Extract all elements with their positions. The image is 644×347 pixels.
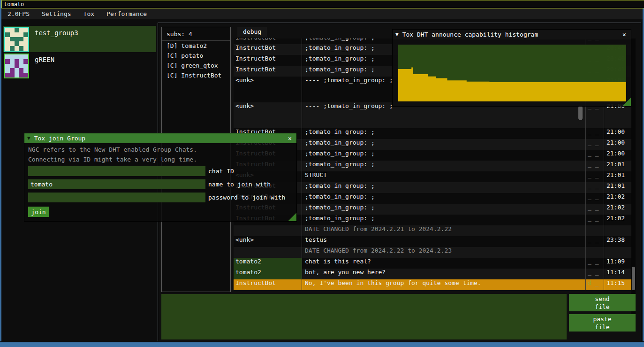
message-time	[604, 247, 631, 258]
chat-system-row: DATE CHANGED from 2024.2.21 to 2024.2.22	[234, 225, 631, 236]
message-text: ;tomato_in_group: ;	[302, 204, 585, 215]
member-row[interactable]: [C] InstructBot	[162, 70, 230, 80]
avatar-pixel	[15, 32, 19, 37]
chat-message-row: <unk>testus_ _23:38	[234, 236, 631, 247]
chat-id-label: chat ID	[208, 168, 234, 175]
avatar-pixel	[15, 41, 19, 46]
message-text: ;tomato_in_group: ;	[302, 215, 585, 225]
close-icon[interactable]: ✕	[621, 31, 628, 38]
window-titlebar[interactable]: tomato	[1, 0, 644, 8]
message-text: ;tomato_in_group: ;	[302, 193, 585, 204]
message-text: ;tomato_in_group: ;	[302, 182, 585, 193]
message-input[interactable]	[161, 294, 567, 339]
group-avatar	[4, 27, 29, 52]
avatar-pixel	[5, 73, 10, 77]
menu-settings[interactable]: Settings	[36, 8, 77, 19]
sender-name: tomato2	[234, 258, 302, 269]
join-name-input[interactable]	[28, 179, 205, 189]
avatar-pixel	[23, 28, 28, 32]
histogram-plot	[398, 45, 626, 101]
avatar-pixel	[19, 32, 23, 37]
members-count: subs: 4	[162, 27, 230, 40]
message-text: ;tomato_in_group: ;	[302, 128, 585, 139]
sender-name: <unk>	[234, 102, 302, 128]
group-item-gREEN[interactable]: gREEN	[3, 53, 156, 79]
window-title: tomato	[4, 1, 24, 8]
avatar-pixel	[5, 37, 10, 42]
screen: tomato 2.0FPS Settings Tox Performance t…	[0, 0, 644, 347]
avatar-pixel	[5, 46, 10, 51]
chat-system-row: DATE CHANGED from 2024.2.22 to 2024.2.23	[234, 247, 631, 258]
avatar-pixel	[23, 68, 28, 73]
message-flags: d _	[585, 279, 604, 290]
join-window-titlebar[interactable]: ▼ Tox join Group ✕	[24, 133, 296, 143]
join-group-window: ▼ Tox join Group ✕ NGC refers to the New…	[24, 133, 297, 222]
message-flags: _ _	[585, 182, 604, 193]
message-text: STRUCT	[302, 171, 585, 182]
avatar-pixel	[19, 64, 23, 69]
message-time	[604, 225, 631, 236]
chat-message-row: tomato2bot, are you new here?_ _11:14	[234, 269, 631, 279]
histogram-window-titlebar[interactable]: ▼ Tox DHT announce capability histogram …	[393, 30, 631, 39]
group-name: test_group3	[35, 29, 78, 52]
member-row[interactable]: [D] tomato2	[162, 41, 230, 51]
avatar-pixel	[10, 68, 15, 73]
join-hint-line1: NGC refers to the New DHT enabled Group …	[28, 146, 296, 153]
chat-scrollbar-thumb[interactable]	[632, 267, 635, 290]
sender-name	[234, 225, 302, 236]
avatar-pixel	[10, 54, 15, 59]
avatar-pixel	[19, 41, 23, 46]
close-icon[interactable]: ✕	[286, 135, 294, 142]
chat-scrollbar[interactable]	[631, 39, 636, 314]
join-button[interactable]: join	[28, 207, 49, 217]
resize-grip[interactable]	[622, 98, 631, 106]
menu-tox[interactable]: Tox	[77, 8, 100, 19]
avatar-pixel	[23, 54, 28, 59]
message-flags: _ _	[585, 258, 604, 269]
histogram-window-title: Tox DHT announce capability histogram	[402, 31, 621, 38]
message-scrollbar[interactable]	[578, 105, 583, 125]
message-time: 11:09	[604, 258, 631, 269]
avatar-pixel	[10, 41, 15, 46]
message-flags: _ _	[585, 161, 604, 171]
chat-id-input[interactable]	[28, 166, 205, 176]
message-text: DATE CHANGED from 2024.2.21 to 2024.2.22	[302, 225, 585, 236]
histogram-area-chart	[398, 45, 626, 101]
paste-file-button[interactable]: paste file	[569, 314, 636, 332]
app-window: tomato 2.0FPS Settings Tox Performance t…	[1, 0, 643, 341]
resize-grip[interactable]	[288, 213, 296, 221]
message-time: 23:38	[604, 236, 631, 247]
message-time: 11:14	[604, 269, 631, 279]
avatar-pixel	[5, 68, 10, 73]
member-row[interactable]: [C] potato	[162, 51, 230, 61]
avatar-pixel	[23, 37, 28, 42]
message-flags	[585, 225, 604, 236]
avatar-pixel	[5, 64, 10, 69]
collapse-triangle-icon[interactable]: ▼	[395, 31, 399, 38]
tab-debug[interactable]: debug	[237, 27, 267, 37]
avatar-pixel	[23, 41, 28, 46]
group-name: gREEN	[35, 56, 54, 79]
menu-performance[interactable]: Performance	[100, 8, 153, 19]
avatar-pixel	[10, 37, 15, 42]
sender-name	[234, 247, 302, 258]
send-file-button[interactable]: send file	[569, 294, 636, 311]
message-text: DATE CHANGED from 2024.2.22 to 2024.2.23	[302, 247, 585, 258]
avatar-pixel	[10, 28, 15, 32]
message-time: 21:00	[604, 139, 631, 150]
sender-name: InstructBot	[234, 66, 302, 77]
avatar-pixel	[10, 64, 15, 69]
sender-name: <unk>	[234, 236, 302, 247]
message-flags: _ _	[585, 128, 604, 139]
avatar-pixel	[10, 73, 15, 77]
join-password-label: password to join with	[208, 194, 285, 201]
message-scrollbar-thumb[interactable]	[578, 106, 583, 120]
avatar-pixel	[19, 28, 23, 32]
collapse-triangle-icon[interactable]: ▼	[27, 135, 30, 141]
member-row[interactable]: [C] green_qtox	[162, 61, 230, 70]
group-item-test_group3[interactable]: test_group3	[3, 26, 156, 52]
join-password-input[interactable]	[28, 193, 205, 202]
avatar-pixel	[15, 28, 19, 32]
avatar-pixel	[5, 41, 10, 46]
join-window-body: NGC refers to the New DHT enabled Group …	[24, 143, 296, 221]
